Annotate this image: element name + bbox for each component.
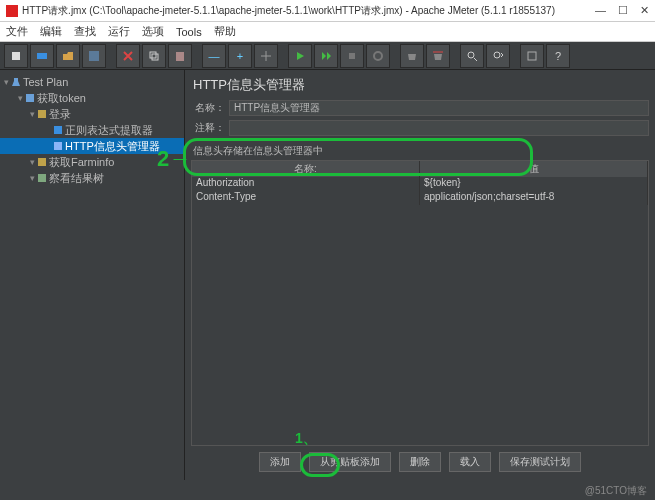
tree-item[interactable]: ▾登录 bbox=[0, 106, 184, 122]
sampler-icon bbox=[37, 157, 47, 167]
app-icon bbox=[6, 5, 18, 17]
svg-rect-16 bbox=[38, 174, 46, 182]
window-title: HTTP请求.jmx (C:\Tool\apache-jmeter-5.1.1\… bbox=[22, 4, 555, 18]
button-row: 添加 从剪贴板添加 删除 载入 保存测试计划 bbox=[191, 446, 649, 474]
svg-rect-12 bbox=[38, 110, 46, 118]
delete-button[interactable]: 删除 bbox=[399, 452, 441, 472]
cell-name[interactable]: Content-Type bbox=[192, 191, 420, 205]
title-bar: HTTP请求.jmx (C:\Tool\apache-jmeter-5.1.1\… bbox=[0, 0, 655, 22]
tree-item-label: HTTP信息头管理器 bbox=[65, 139, 160, 154]
header-mgr-icon bbox=[53, 141, 63, 151]
window-controls: — ☐ ✕ bbox=[595, 4, 649, 17]
test-plan-tree[interactable]: ▾ Test Plan ▾获取token▾登录正则表达式提取器HTTP信息头管理… bbox=[0, 70, 185, 480]
main-area: ▾ Test Plan ▾获取token▾登录正则表达式提取器HTTP信息头管理… bbox=[0, 70, 655, 480]
tree-item-label: 察看结果树 bbox=[49, 171, 104, 186]
name-input[interactable] bbox=[229, 100, 649, 116]
tree-item-label: 正则表达式提取器 bbox=[65, 123, 153, 138]
menu-help[interactable]: 帮助 bbox=[214, 24, 236, 39]
table-row[interactable]: Content-Typeapplication/json;charset=utf… bbox=[192, 191, 648, 205]
menu-run[interactable]: 运行 bbox=[108, 24, 130, 39]
name-label: 名称： bbox=[191, 101, 225, 115]
menu-bar: 文件 编辑 查找 运行 选项 Tools 帮助 bbox=[0, 22, 655, 42]
panel-title: HTTP信息头管理器 bbox=[191, 76, 649, 94]
svg-rect-5 bbox=[176, 52, 184, 61]
svg-rect-15 bbox=[38, 158, 46, 166]
copy-button[interactable] bbox=[142, 44, 166, 68]
add-button[interactable]: 添加 bbox=[259, 452, 301, 472]
svg-point-8 bbox=[468, 52, 474, 58]
cell-name[interactable]: Authorization bbox=[192, 177, 420, 191]
tree-item[interactable]: ▾获取token bbox=[0, 90, 184, 106]
cut-button[interactable] bbox=[116, 44, 140, 68]
add-from-clipboard-button[interactable]: 从剪贴板添加 bbox=[309, 452, 391, 472]
tree-root-label: Test Plan bbox=[23, 76, 68, 88]
open-button[interactable] bbox=[56, 44, 80, 68]
load-button[interactable]: 载入 bbox=[449, 452, 491, 472]
watermark: @51CTO博客 bbox=[585, 484, 647, 498]
save-plan-button[interactable]: 保存测试计划 bbox=[499, 452, 581, 472]
svg-rect-13 bbox=[54, 126, 62, 134]
svg-rect-6 bbox=[349, 53, 355, 59]
config-panel: HTTP信息头管理器 名称： 注释： 信息头存储在信息头管理器中 名称: 值 A… bbox=[185, 70, 655, 480]
toggle-button[interactable] bbox=[254, 44, 278, 68]
close-button[interactable]: ✕ bbox=[640, 4, 649, 17]
tree-item[interactable]: ▾察看结果树 bbox=[0, 170, 184, 186]
new-button[interactable] bbox=[4, 44, 28, 68]
beaker-icon bbox=[11, 77, 21, 87]
svg-rect-11 bbox=[26, 94, 34, 102]
tree-item-label: 获取token bbox=[37, 91, 86, 106]
thread-group-icon bbox=[25, 93, 35, 103]
table-header: 名称: 值 bbox=[192, 161, 648, 177]
table-body[interactable]: Authorization${token}Content-Typeapplica… bbox=[192, 177, 648, 445]
maximize-button[interactable]: ☐ bbox=[618, 4, 628, 17]
tree-item-label: 获取Farminfo bbox=[49, 155, 114, 170]
svg-rect-4 bbox=[152, 54, 158, 60]
tree-item[interactable]: ▾获取Farminfo bbox=[0, 154, 184, 170]
reset-search-button[interactable] bbox=[486, 44, 510, 68]
svg-rect-0 bbox=[12, 52, 20, 60]
sampler-icon bbox=[37, 109, 47, 119]
col-value: 值 bbox=[420, 161, 648, 177]
collapse-button[interactable]: + bbox=[228, 44, 252, 68]
shutdown-button[interactable] bbox=[366, 44, 390, 68]
minimize-button[interactable]: — bbox=[595, 4, 606, 17]
menu-edit[interactable]: 编辑 bbox=[40, 24, 62, 39]
menu-find[interactable]: 查找 bbox=[74, 24, 96, 39]
headers-table[interactable]: 名称: 值 Authorization${token}Content-Typea… bbox=[191, 160, 649, 446]
tree-item[interactable]: HTTP信息头管理器 bbox=[0, 138, 184, 154]
help-button[interactable]: ? bbox=[546, 44, 570, 68]
svg-point-9 bbox=[494, 52, 500, 58]
stop-button[interactable] bbox=[340, 44, 364, 68]
comment-input[interactable] bbox=[229, 120, 649, 136]
expand-button[interactable]: — bbox=[202, 44, 226, 68]
svg-rect-3 bbox=[150, 52, 156, 58]
menu-file[interactable]: 文件 bbox=[6, 24, 28, 39]
cell-value[interactable]: ${token} bbox=[420, 177, 648, 191]
section-label: 信息头存储在信息头管理器中 bbox=[193, 144, 649, 158]
tree-item[interactable]: 正则表达式提取器 bbox=[0, 122, 184, 138]
col-name: 名称: bbox=[192, 161, 420, 177]
template-button[interactable] bbox=[30, 44, 54, 68]
start-no-pause-button[interactable] bbox=[314, 44, 338, 68]
extractor-icon bbox=[53, 125, 63, 135]
save-button[interactable] bbox=[82, 44, 106, 68]
paste-button[interactable] bbox=[168, 44, 192, 68]
svg-rect-1 bbox=[37, 53, 47, 59]
svg-rect-2 bbox=[89, 51, 99, 61]
function-helper-button[interactable] bbox=[520, 44, 544, 68]
svg-point-7 bbox=[374, 52, 382, 60]
start-button[interactable] bbox=[288, 44, 312, 68]
search-button[interactable] bbox=[460, 44, 484, 68]
menu-options[interactable]: 选项 bbox=[142, 24, 164, 39]
menu-tools[interactable]: Tools bbox=[176, 26, 202, 38]
svg-rect-14 bbox=[54, 142, 62, 150]
clear-all-button[interactable] bbox=[426, 44, 450, 68]
cell-value[interactable]: application/json;charset=utf-8 bbox=[420, 191, 648, 205]
comment-label: 注释： bbox=[191, 121, 225, 135]
toolbar: — + ? bbox=[0, 42, 655, 70]
tree-root[interactable]: ▾ Test Plan bbox=[0, 74, 184, 90]
table-row[interactable]: Authorization${token} bbox=[192, 177, 648, 191]
clear-button[interactable] bbox=[400, 44, 424, 68]
svg-rect-10 bbox=[528, 52, 536, 60]
listener-icon bbox=[37, 173, 47, 183]
